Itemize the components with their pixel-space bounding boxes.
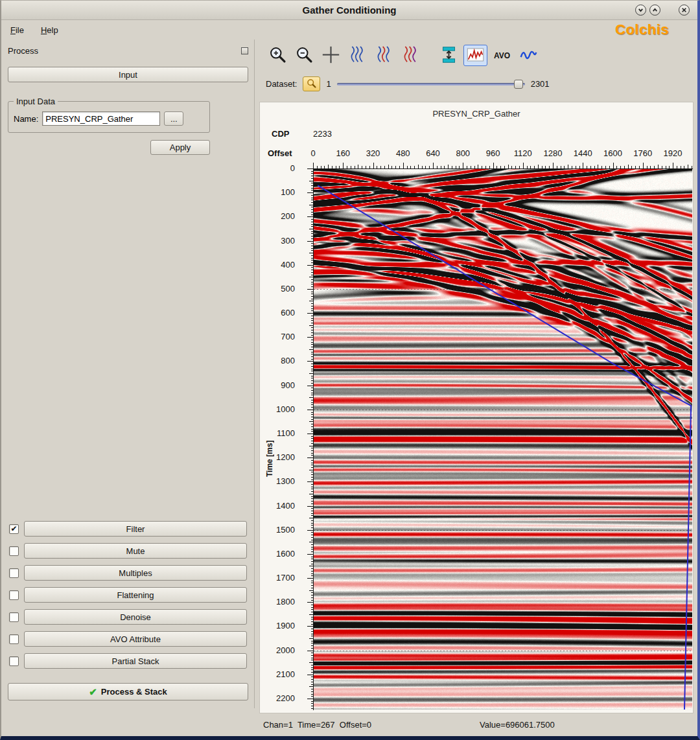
process-step-row: Mute [8, 543, 248, 559]
dataset-browse-button[interactable] [303, 76, 320, 91]
panel-detach-icon[interactable] [241, 47, 248, 54]
input-data-legend: Input Data [14, 97, 58, 106]
offset-axis: 0160320480640800960112012801440160017601… [260, 148, 693, 159]
dataset-name-input[interactable] [42, 111, 160, 126]
time-tick-label: 300 [260, 236, 295, 246]
step-button-avo-attribute[interactable]: AVO Attribute [24, 631, 247, 647]
time-tick-label: 1700 [260, 573, 295, 583]
crosshair-button[interactable] [319, 45, 343, 66]
step-checkbox-denoise[interactable] [9, 612, 19, 622]
process-step-row: Partial Stack [8, 653, 248, 669]
spectrum-icon [465, 45, 485, 66]
wavelet-icon [519, 45, 539, 66]
wavelet-button[interactable] [517, 45, 541, 66]
zoom-out-icon [294, 45, 314, 66]
time-tick-label: 2200 [260, 693, 295, 704]
crosshair-icon [321, 45, 341, 66]
process-step-row: Flattening [8, 587, 248, 603]
offset-tick-label: 480 [396, 148, 410, 158]
window-close-button[interactable] [679, 5, 690, 16]
step-button-filter[interactable]: Filter [24, 521, 247, 537]
process-stack-label: Process & Stack [101, 687, 167, 697]
zoom-in-button[interactable] [266, 45, 290, 66]
time-axis-title: Time [ms] [265, 406, 274, 477]
process-step-row: AVO Attribute [8, 631, 248, 647]
menu-bar: FileHelp Colchis [1, 20, 697, 40]
time-tick-label: 1400 [260, 501, 295, 511]
slider-track[interactable] [337, 83, 525, 86]
variable-density-button[interactable] [399, 45, 423, 66]
plot-title: PRESYN_CRP_Gather [260, 109, 693, 119]
time-tick-label: 600 [260, 308, 295, 318]
window-maximize-button[interactable] [649, 5, 660, 16]
menu-help[interactable]: Help [41, 25, 58, 35]
time-tick-label: 700 [260, 332, 295, 342]
offset-tick-label: 1440 [574, 148, 592, 158]
green-check-icon: ✔ [89, 686, 97, 698]
time-tick-label: 1300 [260, 476, 295, 487]
process-step-list: ✔FilterMuteMultiplesFlatteningDenoiseAVO… [8, 521, 248, 675]
status-value: Value=696061.7500 [480, 720, 555, 730]
status-position: Chan=1 Time=267 Offset=0 [263, 720, 371, 730]
step-button-flattening[interactable]: Flattening [24, 587, 247, 603]
wiggle-display-button[interactable] [345, 45, 369, 66]
step-checkbox-multiples[interactable] [9, 568, 19, 578]
offset-tick-label: 1920 [664, 148, 682, 158]
step-checkbox-avo-attribute[interactable] [9, 634, 19, 644]
time-tick-label: 1900 [260, 621, 295, 631]
step-checkbox-partial-stack[interactable] [9, 656, 19, 666]
offset-tick-label: 1120 [514, 148, 532, 158]
close-icon [681, 5, 688, 16]
time-tick-label: 2000 [260, 645, 295, 656]
step-button-denoise[interactable]: Denoise [24, 609, 247, 625]
step-checkbox-mute[interactable] [9, 546, 19, 556]
spectrum-button[interactable] [463, 45, 487, 66]
step-checkbox-flattening[interactable] [9, 590, 19, 600]
dataset-slider[interactable] [337, 79, 525, 89]
time-tick-label: 400 [260, 260, 295, 270]
process-panel: Process Input Input Data Name: ... Apply… [1, 40, 255, 708]
seismic-display-canvas[interactable] [298, 159, 693, 711]
offset-tick-label: 960 [486, 148, 500, 158]
zoom-out-button[interactable] [292, 45, 316, 66]
zoom-in-icon [268, 45, 288, 66]
step-button-multiples[interactable]: Multiples [24, 565, 247, 581]
time-tick-label: 1500 [260, 525, 295, 535]
window-shade-button[interactable] [635, 5, 646, 16]
cdp-label: CDP [272, 129, 289, 139]
step-button-partial-stack[interactable]: Partial Stack [24, 653, 247, 669]
autoscale-button[interactable] [437, 45, 461, 66]
window-buttons [632, 5, 690, 16]
offset-tick-label: 0 [310, 148, 315, 158]
titlebar[interactable]: Gather Conditioning [1, 1, 697, 20]
wiggle-display-icon [347, 45, 368, 66]
variable-area-button[interactable] [372, 45, 396, 66]
browse-button[interactable]: ... [164, 111, 183, 126]
input-data-group: Input Data Name: ... [8, 97, 210, 133]
autoscale-icon [439, 45, 459, 66]
process-stack-button[interactable]: ✔ Process & Stack [8, 683, 248, 700]
offset-tick-label: 160 [336, 148, 350, 158]
cdp-value: 2233 [313, 129, 332, 139]
variable-area-icon [374, 45, 394, 66]
step-checkbox-filter[interactable]: ✔ [9, 524, 19, 534]
brand-logo: Colchis [615, 21, 688, 38]
time-tick-label: 100 [260, 187, 295, 198]
slider-handle[interactable] [514, 80, 523, 89]
offset-tick-label: 1600 [603, 148, 622, 158]
menu-file[interactable]: File [10, 25, 24, 35]
time-tick-label: 1800 [260, 597, 295, 607]
time-tick-label: 800 [260, 356, 295, 366]
input-button[interactable]: Input [8, 67, 248, 82]
avo-button[interactable]: AVO [490, 45, 514, 66]
offset-tick-label: 640 [426, 148, 440, 158]
status-bar: Chan=1 Time=267 Offset=0 Value=696061.75… [263, 720, 695, 730]
time-tick-label: 0 [260, 163, 295, 174]
apply-button[interactable]: Apply [150, 140, 210, 155]
step-button-mute[interactable]: Mute [24, 543, 247, 559]
chevron-down-icon [637, 5, 644, 16]
menu-items: FileHelp [10, 25, 75, 35]
gather-conditioning-window: Gather Conditioning FileHelp Colchis Pro… [0, 0, 700, 740]
time-tick-label: 2100 [260, 669, 295, 680]
process-step-row: Denoise [8, 609, 248, 625]
